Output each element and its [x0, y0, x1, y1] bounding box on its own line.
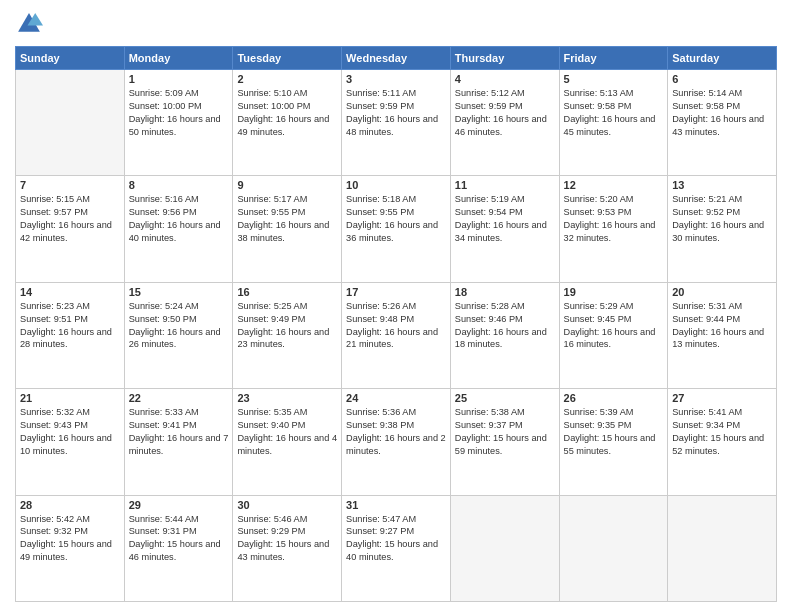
cell-info: Sunrise: 5:11 AMSunset: 9:59 PMDaylight:…: [346, 87, 446, 139]
day-number: 11: [455, 179, 555, 191]
cell-info: Sunrise: 5:35 AMSunset: 9:40 PMDaylight:…: [237, 406, 337, 458]
calendar-cell: 24Sunrise: 5:36 AMSunset: 9:38 PMDayligh…: [342, 389, 451, 495]
calendar-cell: 17Sunrise: 5:26 AMSunset: 9:48 PMDayligh…: [342, 282, 451, 388]
cell-info: Sunrise: 5:20 AMSunset: 9:53 PMDaylight:…: [564, 193, 664, 245]
cell-info: Sunrise: 5:29 AMSunset: 9:45 PMDaylight:…: [564, 300, 664, 352]
cell-info: Sunrise: 5:36 AMSunset: 9:38 PMDaylight:…: [346, 406, 446, 458]
cell-info: Sunrise: 5:44 AMSunset: 9:31 PMDaylight:…: [129, 513, 229, 565]
calendar-cell: 21Sunrise: 5:32 AMSunset: 9:43 PMDayligh…: [16, 389, 125, 495]
calendar-cell: 23Sunrise: 5:35 AMSunset: 9:40 PMDayligh…: [233, 389, 342, 495]
cell-info: Sunrise: 5:17 AMSunset: 9:55 PMDaylight:…: [237, 193, 337, 245]
day-number: 14: [20, 286, 120, 298]
cell-info: Sunrise: 5:28 AMSunset: 9:46 PMDaylight:…: [455, 300, 555, 352]
cell-info: Sunrise: 5:18 AMSunset: 9:55 PMDaylight:…: [346, 193, 446, 245]
calendar-cell: 4Sunrise: 5:12 AMSunset: 9:59 PMDaylight…: [450, 70, 559, 176]
calendar-cell: 2Sunrise: 5:10 AMSunset: 10:00 PMDayligh…: [233, 70, 342, 176]
calendar-week: 1Sunrise: 5:09 AMSunset: 10:00 PMDayligh…: [16, 70, 777, 176]
calendar-cell: 29Sunrise: 5:44 AMSunset: 9:31 PMDayligh…: [124, 495, 233, 601]
day-number: 21: [20, 392, 120, 404]
cell-info: Sunrise: 5:42 AMSunset: 9:32 PMDaylight:…: [20, 513, 120, 565]
weekday-header: Sunday: [16, 47, 125, 70]
day-number: 6: [672, 73, 772, 85]
calendar-week: 28Sunrise: 5:42 AMSunset: 9:32 PMDayligh…: [16, 495, 777, 601]
calendar-cell: 16Sunrise: 5:25 AMSunset: 9:49 PMDayligh…: [233, 282, 342, 388]
calendar-week: 7Sunrise: 5:15 AMSunset: 9:57 PMDaylight…: [16, 176, 777, 282]
calendar-cell: 7Sunrise: 5:15 AMSunset: 9:57 PMDaylight…: [16, 176, 125, 282]
cell-info: Sunrise: 5:23 AMSunset: 9:51 PMDaylight:…: [20, 300, 120, 352]
calendar-cell: 18Sunrise: 5:28 AMSunset: 9:46 PMDayligh…: [450, 282, 559, 388]
day-number: 31: [346, 499, 446, 511]
cell-info: Sunrise: 5:15 AMSunset: 9:57 PMDaylight:…: [20, 193, 120, 245]
calendar-cell: [16, 70, 125, 176]
day-number: 5: [564, 73, 664, 85]
day-number: 3: [346, 73, 446, 85]
day-number: 27: [672, 392, 772, 404]
calendar-cell: [559, 495, 668, 601]
cell-info: Sunrise: 5:41 AMSunset: 9:34 PMDaylight:…: [672, 406, 772, 458]
cell-info: Sunrise: 5:14 AMSunset: 9:58 PMDaylight:…: [672, 87, 772, 139]
calendar-cell: 27Sunrise: 5:41 AMSunset: 9:34 PMDayligh…: [668, 389, 777, 495]
day-number: 2: [237, 73, 337, 85]
calendar-cell: 9Sunrise: 5:17 AMSunset: 9:55 PMDaylight…: [233, 176, 342, 282]
day-number: 18: [455, 286, 555, 298]
day-number: 22: [129, 392, 229, 404]
day-number: 12: [564, 179, 664, 191]
day-number: 30: [237, 499, 337, 511]
weekday-header: Saturday: [668, 47, 777, 70]
day-number: 9: [237, 179, 337, 191]
weekday-header: Thursday: [450, 47, 559, 70]
calendar-week: 21Sunrise: 5:32 AMSunset: 9:43 PMDayligh…: [16, 389, 777, 495]
calendar-cell: 20Sunrise: 5:31 AMSunset: 9:44 PMDayligh…: [668, 282, 777, 388]
day-number: 23: [237, 392, 337, 404]
cell-info: Sunrise: 5:09 AMSunset: 10:00 PMDaylight…: [129, 87, 229, 139]
calendar: SundayMondayTuesdayWednesdayThursdayFrid…: [15, 46, 777, 602]
cell-info: Sunrise: 5:16 AMSunset: 9:56 PMDaylight:…: [129, 193, 229, 245]
weekday-header: Wednesday: [342, 47, 451, 70]
cell-info: Sunrise: 5:33 AMSunset: 9:41 PMDaylight:…: [129, 406, 229, 458]
cell-info: Sunrise: 5:47 AMSunset: 9:27 PMDaylight:…: [346, 513, 446, 565]
day-number: 26: [564, 392, 664, 404]
weekday-header: Friday: [559, 47, 668, 70]
header: [15, 10, 777, 38]
cell-info: Sunrise: 5:39 AMSunset: 9:35 PMDaylight:…: [564, 406, 664, 458]
calendar-cell: 14Sunrise: 5:23 AMSunset: 9:51 PMDayligh…: [16, 282, 125, 388]
cell-info: Sunrise: 5:26 AMSunset: 9:48 PMDaylight:…: [346, 300, 446, 352]
calendar-cell: 25Sunrise: 5:38 AMSunset: 9:37 PMDayligh…: [450, 389, 559, 495]
cell-info: Sunrise: 5:31 AMSunset: 9:44 PMDaylight:…: [672, 300, 772, 352]
cell-info: Sunrise: 5:46 AMSunset: 9:29 PMDaylight:…: [237, 513, 337, 565]
cell-info: Sunrise: 5:12 AMSunset: 9:59 PMDaylight:…: [455, 87, 555, 139]
day-number: 24: [346, 392, 446, 404]
calendar-cell: 22Sunrise: 5:33 AMSunset: 9:41 PMDayligh…: [124, 389, 233, 495]
day-number: 7: [20, 179, 120, 191]
day-number: 20: [672, 286, 772, 298]
weekday-header: Monday: [124, 47, 233, 70]
cell-info: Sunrise: 5:25 AMSunset: 9:49 PMDaylight:…: [237, 300, 337, 352]
calendar-cell: 8Sunrise: 5:16 AMSunset: 9:56 PMDaylight…: [124, 176, 233, 282]
day-number: 28: [20, 499, 120, 511]
calendar-cell: [450, 495, 559, 601]
weekday-header: Tuesday: [233, 47, 342, 70]
calendar-cell: [668, 495, 777, 601]
cell-info: Sunrise: 5:13 AMSunset: 9:58 PMDaylight:…: [564, 87, 664, 139]
page: SundayMondayTuesdayWednesdayThursdayFrid…: [0, 0, 792, 612]
day-number: 13: [672, 179, 772, 191]
day-number: 4: [455, 73, 555, 85]
day-number: 25: [455, 392, 555, 404]
calendar-cell: 19Sunrise: 5:29 AMSunset: 9:45 PMDayligh…: [559, 282, 668, 388]
day-number: 10: [346, 179, 446, 191]
cell-info: Sunrise: 5:32 AMSunset: 9:43 PMDaylight:…: [20, 406, 120, 458]
calendar-cell: 3Sunrise: 5:11 AMSunset: 9:59 PMDaylight…: [342, 70, 451, 176]
calendar-week: 14Sunrise: 5:23 AMSunset: 9:51 PMDayligh…: [16, 282, 777, 388]
calendar-cell: 31Sunrise: 5:47 AMSunset: 9:27 PMDayligh…: [342, 495, 451, 601]
logo-icon: [15, 10, 43, 38]
calendar-cell: 26Sunrise: 5:39 AMSunset: 9:35 PMDayligh…: [559, 389, 668, 495]
cell-info: Sunrise: 5:10 AMSunset: 10:00 PMDaylight…: [237, 87, 337, 139]
logo: [15, 10, 47, 38]
day-number: 16: [237, 286, 337, 298]
day-number: 17: [346, 286, 446, 298]
day-number: 1: [129, 73, 229, 85]
calendar-cell: 15Sunrise: 5:24 AMSunset: 9:50 PMDayligh…: [124, 282, 233, 388]
calendar-cell: 13Sunrise: 5:21 AMSunset: 9:52 PMDayligh…: [668, 176, 777, 282]
day-number: 19: [564, 286, 664, 298]
cell-info: Sunrise: 5:24 AMSunset: 9:50 PMDaylight:…: [129, 300, 229, 352]
